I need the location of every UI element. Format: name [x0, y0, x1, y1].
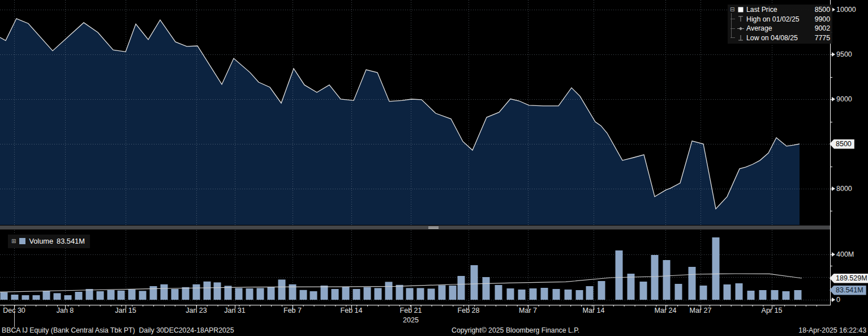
pane-separator-handle[interactable] [428, 227, 439, 227]
date-tick-label: Mar 24 [655, 307, 677, 314]
volume-bar [139, 291, 147, 300]
volume-bar [214, 282, 221, 300]
tick-arrow-icon [832, 52, 835, 57]
volume-bar [193, 284, 200, 300]
volume-bar [268, 287, 275, 300]
date-tick-label: Dec 30 [3, 307, 25, 314]
volume-bar [736, 283, 743, 300]
volume-bar [364, 287, 371, 300]
volume-bar [628, 274, 635, 300]
volume-bar [518, 290, 526, 300]
volume-bar [771, 290, 779, 300]
volume-bar [417, 288, 424, 300]
legend-tree-stub [731, 19, 735, 19]
legend-row-average[interactable]: Average9002 [730, 24, 830, 33]
volume-bar [495, 285, 502, 300]
volume-bar [663, 260, 671, 300]
volume-bar [171, 289, 179, 300]
legend-value: 8500 [815, 6, 830, 14]
volume-bar [458, 276, 465, 300]
volume-bar [507, 288, 514, 300]
volume-bar [576, 290, 583, 300]
volume-bar [439, 285, 446, 300]
copyright-text: Copyright© 2025 Bloomberg Finance L.P. [452, 326, 579, 334]
price-tick-label: 9500 [832, 50, 852, 59]
volume-bar [43, 291, 50, 300]
volume-bar [640, 282, 647, 300]
volume-bar [225, 286, 232, 300]
tick-arrow-icon [832, 297, 835, 302]
volume-bar [321, 286, 328, 300]
date-tick-label: Mar 27 [690, 307, 712, 314]
legend-row-high-on-01-02-25[interactable]: High on 01/02/259900 [730, 15, 830, 24]
volume-bar [342, 287, 350, 300]
average-volume-tag: 189.529M [830, 274, 868, 283]
volume-bar [182, 287, 190, 300]
volume-bar [54, 293, 61, 300]
volume-bar [598, 281, 605, 300]
volume-bar [747, 291, 755, 300]
volume-bar [651, 255, 659, 300]
volume-bar [150, 286, 157, 300]
price-volume-chart[interactable] [0, 0, 868, 336]
price-tick-label: 8000 [832, 184, 852, 193]
volume-bar [278, 279, 286, 300]
volume-bar [128, 290, 136, 300]
volume-bar [235, 288, 243, 300]
volume-bar [11, 295, 19, 300]
collapse-box-icon[interactable]: ⊟ [730, 7, 734, 12]
volume-bar [483, 277, 490, 300]
volume-series-swatch [19, 238, 25, 244]
date-tick-label: Jan 8 [57, 307, 74, 314]
legend-tree-stub [731, 28, 735, 29]
volume-bar [385, 282, 393, 300]
date-tick-label: Feb 28 [458, 307, 480, 314]
volume-bar [428, 288, 435, 300]
volume-bar [530, 288, 537, 300]
average-marker-icon [737, 25, 746, 32]
pane-separator-handle[interactable] [428, 228, 439, 229]
volume-bar [86, 289, 93, 300]
bloomberg-chart-window: 10000950090008000 400M0 Dec 30Jan 8Jan 1… [0, 0, 868, 336]
volume-bar [33, 295, 40, 300]
volume-bar [22, 295, 29, 300]
volume-bar [1, 292, 8, 300]
volume-bar [257, 288, 264, 300]
security-description: BBCA IJ Equity (Bank Central Asia Tbk PT… [2, 326, 234, 334]
date-tick-label: Apr 15 [762, 307, 783, 314]
legend-label: Average [746, 24, 815, 32]
pane-separator[interactable] [0, 226, 830, 229]
tick-arrow-icon [832, 186, 835, 191]
year-label: 2025 [403, 316, 419, 324]
tick-arrow-icon [832, 252, 835, 257]
volume-bar [75, 292, 83, 300]
volume-bar [700, 286, 707, 300]
legend-row-last-price[interactable]: ⊟Last Price8500 [730, 5, 830, 15]
price-area-fill [0, 19, 800, 225]
legend-value: 7775 [815, 34, 830, 42]
legend-label: Last Price [746, 6, 815, 14]
price-legend-box[interactable]: ⊟Last Price8500High on 01/02/259900Avera… [728, 5, 832, 44]
volume-bar [406, 288, 414, 300]
current-volume-tag: 83.541M [830, 286, 866, 295]
legend-value: 9002 [815, 24, 830, 32]
low-whisker-marker-icon [737, 34, 746, 41]
date-tick-label: Feb 21 [400, 307, 422, 314]
last-price-tag: 8500 [830, 139, 854, 149]
tick-arrow-icon [832, 97, 835, 101]
legend-row-low-on-04-08-25[interactable]: Low on 04/08/257775 [730, 33, 830, 43]
volume-legend-box[interactable]: ⊞ Volume 83.541M [8, 235, 90, 248]
volume-bar [553, 289, 560, 300]
volume-bar [65, 295, 72, 300]
volume-bar [246, 288, 253, 300]
expand-box-icon[interactable]: ⊞ [11, 239, 16, 244]
volume-bar [783, 291, 790, 300]
volume-bar [794, 290, 802, 300]
date-tick-label: Jan 31 [224, 307, 246, 314]
volume-bar [396, 285, 403, 300]
volume-bar [675, 284, 682, 300]
volume-bar [759, 290, 767, 300]
volume-tick-label: 400M [832, 250, 854, 259]
legend-value: 9900 [815, 15, 830, 23]
legend-label: High on 01/02/25 [746, 15, 815, 23]
